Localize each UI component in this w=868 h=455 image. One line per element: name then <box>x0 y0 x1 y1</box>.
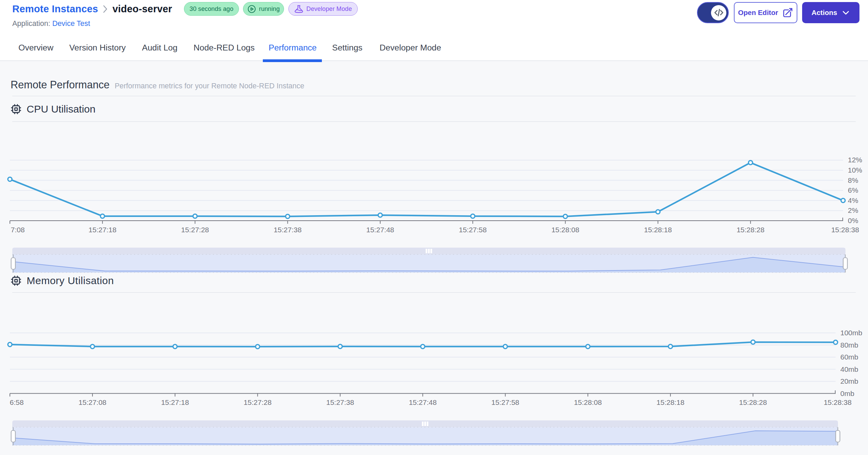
svg-text:15:27:18: 15:27:18 <box>161 398 189 406</box>
svg-text:15:28:08: 15:28:08 <box>574 398 602 406</box>
svg-text:15:27:58: 15:27:58 <box>459 226 487 234</box>
svg-text:15:28:38: 15:28:38 <box>824 398 852 406</box>
svg-text:4%: 4% <box>848 196 858 204</box>
svg-text:15:27:58: 15:27:58 <box>492 398 520 406</box>
svg-text:15:27:28: 15:27:28 <box>244 398 272 406</box>
svg-text:0mb: 0mb <box>840 390 854 397</box>
svg-text:6:58: 6:58 <box>10 398 24 406</box>
svg-text:60mb: 60mb <box>840 353 858 361</box>
svg-text:15:28:38: 15:28:38 <box>831 226 859 234</box>
svg-text:15:28:28: 15:28:28 <box>739 398 767 406</box>
svg-text:15:27:48: 15:27:48 <box>366 226 394 234</box>
svg-text:15:27:08: 15:27:08 <box>79 398 106 406</box>
svg-text:15:28:18: 15:28:18 <box>644 226 672 234</box>
svg-text:10%: 10% <box>848 166 862 174</box>
svg-text:8%: 8% <box>848 176 858 184</box>
svg-text:2%: 2% <box>848 206 858 214</box>
svg-text:12%: 12% <box>848 156 862 164</box>
svg-text:6%: 6% <box>848 186 858 194</box>
svg-text:15:27:38: 15:27:38 <box>274 226 302 234</box>
svg-text:7:08: 7:08 <box>11 226 25 234</box>
svg-text:20mb: 20mb <box>840 377 858 385</box>
svg-text:15:27:28: 15:27:28 <box>181 226 209 234</box>
svg-text:0%: 0% <box>848 217 858 224</box>
svg-text:15:28:08: 15:28:08 <box>551 226 579 234</box>
svg-text:80mb: 80mb <box>840 341 858 349</box>
svg-text:40mb: 40mb <box>840 365 858 373</box>
svg-text:15:28:28: 15:28:28 <box>737 226 765 234</box>
svg-text:15:27:38: 15:27:38 <box>326 398 354 406</box>
svg-text:15:27:18: 15:27:18 <box>88 226 116 234</box>
svg-text:100mb: 100mb <box>840 329 862 337</box>
svg-text:15:28:18: 15:28:18 <box>656 398 684 406</box>
svg-text:15:27:48: 15:27:48 <box>409 398 437 406</box>
